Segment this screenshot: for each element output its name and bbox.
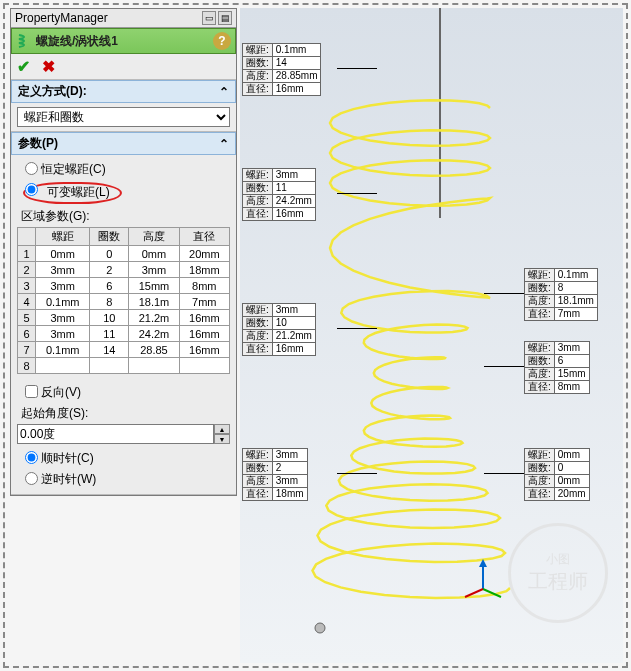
feature-header: 螺旋线/涡状线1 ? bbox=[11, 28, 236, 54]
col-height: 高度 bbox=[129, 228, 179, 246]
table-row[interactable]: 33mm615mm8mm bbox=[18, 278, 230, 294]
dimension-callout[interactable]: 螺距:3mm圈数:10高度:21.2mm直径:16mm bbox=[242, 303, 316, 356]
radio-ccw[interactable]: 逆时针(W) bbox=[17, 469, 230, 490]
dimension-callout[interactable]: 螺距:3mm圈数:2高度:3mm直径:18mm bbox=[242, 448, 308, 501]
confirm-row: ✔ ✖ bbox=[11, 54, 236, 80]
svg-point-1 bbox=[315, 623, 325, 633]
svg-marker-3 bbox=[479, 559, 487, 567]
define-method-select[interactable]: 螺距和圈数 bbox=[17, 107, 230, 127]
pm-title-text: PropertyManager bbox=[15, 11, 108, 25]
dimension-callout[interactable]: 螺距:3mm圈数:11高度:24.2mm直径:16mm bbox=[242, 168, 316, 221]
table-row[interactable]: 63mm1124.2m16mm bbox=[18, 326, 230, 342]
helix-icon bbox=[16, 33, 32, 49]
region-params-label: 区域参数(G): bbox=[17, 206, 230, 227]
table-row[interactable]: 23mm23mm18mm bbox=[18, 262, 230, 278]
table-row[interactable]: 8 bbox=[18, 358, 230, 374]
reverse-checkbox[interactable]: 反向(V) bbox=[17, 382, 230, 403]
table-row[interactable]: 53mm1021.2m16mm bbox=[18, 310, 230, 326]
col-pitch: 螺距 bbox=[36, 228, 90, 246]
table-row[interactable]: 70.1mm1428.8516mm bbox=[18, 342, 230, 358]
watermark: 小图 工程师 bbox=[508, 523, 608, 623]
dimension-callout[interactable]: 螺距:0.1mm圈数:14高度:28.85mm直径:16mm bbox=[242, 43, 321, 96]
dimension-callout[interactable]: 螺距:3mm圈数:6高度:15mm直径:8mm bbox=[524, 341, 590, 394]
view-triad[interactable] bbox=[463, 559, 503, 603]
radio-variable-pitch[interactable]: 可变螺距(L) bbox=[17, 180, 230, 206]
chevron-up-icon: ⌃ bbox=[219, 137, 229, 151]
pin-icon[interactable]: ▭ bbox=[202, 11, 216, 25]
radio-cw[interactable]: 顺时针(C) bbox=[17, 448, 230, 469]
ok-button[interactable]: ✔ bbox=[17, 58, 30, 75]
section-params-header[interactable]: 参数(P) ⌃ bbox=[11, 132, 236, 155]
spin-down[interactable]: ▼ bbox=[214, 434, 230, 444]
col-rev: 圈数 bbox=[90, 228, 129, 246]
dimension-callout[interactable]: 螺距:0mm圈数:0高度:0mm直径:20mm bbox=[524, 448, 590, 501]
col-dia: 直径 bbox=[179, 228, 229, 246]
pm-titlebar: PropertyManager ▭ ▤ bbox=[11, 9, 236, 28]
svg-line-4 bbox=[483, 589, 501, 597]
graphics-viewport[interactable]: 螺距:0.1mm圈数:14高度:28.85mm直径:16mm螺距:3mm圈数:1… bbox=[240, 8, 623, 663]
cancel-button[interactable]: ✖ bbox=[42, 58, 55, 75]
section-define-header[interactable]: 定义方式(D): ⌃ bbox=[11, 80, 236, 103]
dimension-callout[interactable]: 螺距:0.1mm圈数:8高度:18.1mm直径:7mm bbox=[524, 268, 598, 321]
table-row[interactable]: 10mm00mm20mm bbox=[18, 246, 230, 262]
help-icon[interactable]: ? bbox=[213, 32, 231, 50]
table-row[interactable]: 40.1mm818.1m7mm bbox=[18, 294, 230, 310]
feature-name: 螺旋线/涡状线1 bbox=[36, 33, 118, 50]
start-angle-input[interactable] bbox=[17, 424, 214, 444]
chevron-up-icon: ⌃ bbox=[219, 85, 229, 99]
region-params-table[interactable]: 螺距 圈数 高度 直径 10mm00mm20mm23mm23mm18mm33mm… bbox=[17, 227, 230, 374]
start-angle-label: 起始角度(S): bbox=[17, 403, 230, 424]
property-manager-panel: PropertyManager ▭ ▤ 螺旋线/涡状线1 ? ✔ ✖ 定义方式(… bbox=[10, 8, 237, 496]
spin-up[interactable]: ▲ bbox=[214, 424, 230, 434]
radio-constant-pitch[interactable]: 恒定螺距(C) bbox=[17, 159, 230, 180]
svg-line-5 bbox=[465, 589, 483, 597]
split-icon[interactable]: ▤ bbox=[218, 11, 232, 25]
